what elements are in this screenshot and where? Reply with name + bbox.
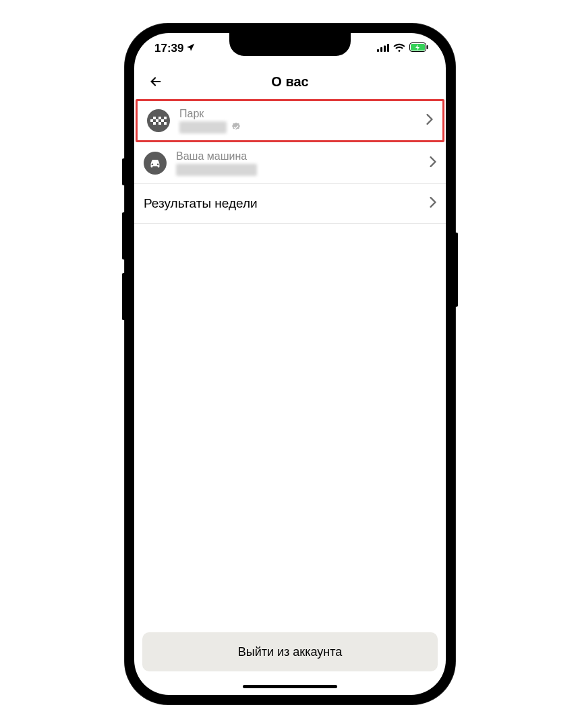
row-park-label: Парк [179,108,426,120]
taxi-icon [147,109,170,132]
logout-button[interactable]: Выйти из аккаунта [142,632,438,671]
content: Парк [134,99,446,695]
redacted-value [176,164,257,176]
phone-side-button [455,233,458,307]
screen: 17:39 [134,33,446,695]
logout-label: Выйти из аккаунта [238,645,343,659]
back-button[interactable] [145,71,167,92]
location-arrow-icon [186,42,196,55]
svg-rect-0 [377,49,379,52]
page-title: О вас [271,74,308,90]
svg-rect-3 [387,44,389,52]
status-right [377,42,428,55]
cellular-signal-icon [377,42,389,55]
row-main: Парк [179,108,426,133]
chevron-right-icon [430,197,436,210]
row-vehicle-label: Ваша машина [176,150,430,162]
svg-rect-1 [380,47,382,52]
nav-header: О вас [134,64,446,99]
row-park[interactable]: Парк [136,99,444,142]
svg-rect-2 [384,46,386,53]
redacted-value [179,121,227,133]
wifi-icon [393,42,405,55]
arrow-left-icon [148,74,163,89]
chevron-right-icon [426,114,433,127]
status-left: 17:39 [154,42,196,55]
status-time: 17:39 [154,42,183,55]
spacer [134,224,446,624]
battery-charging-icon [409,42,428,55]
row-weekly-results[interactable]: Результаты недели [134,184,446,224]
notch [229,33,351,56]
svg-rect-6 [427,45,428,49]
row-park-value [179,121,426,133]
row-vehicle[interactable]: Ваша машина [134,142,446,184]
phone-side-button [122,212,125,260]
row-main: Ваша машина [176,150,430,176]
row-vehicle-value [176,164,430,176]
home-indicator[interactable] [243,685,337,688]
verified-badge-icon [231,122,241,133]
chevron-right-icon [430,156,436,170]
phone-side-button [122,158,125,185]
phone-frame: 17:39 [125,24,455,704]
phone-side-button [122,273,125,320]
car-icon [144,152,167,175]
row-weekly-label: Результаты недели [144,196,430,211]
